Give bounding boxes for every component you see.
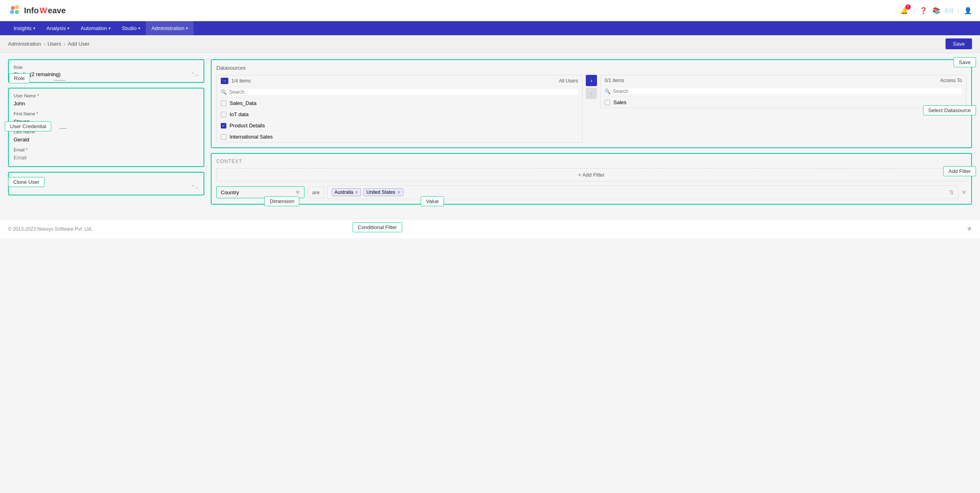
nav-arrow-insights: ▾ [33,26,35,30]
datasource-access-search-input[interactable] [613,89,962,94]
datasource-right-label: Access To [940,78,962,83]
svg-point-3 [15,10,19,14]
breadcrumb-sep-2: › [64,41,65,47]
nav-arrow-administration: ▾ [186,26,188,30]
logo-text-info: Info [24,6,39,15]
context-title: CONTEXT [216,159,966,164]
datasource-label-iot-data: IoT data [230,111,248,117]
context-section: CONTEXT + Add Filter Country ✕ are Austr… [211,153,972,205]
nav-item-administration[interactable]: Administration ▾ [146,21,194,35]
role-select[interactable]: Studio (2 remaining) [14,71,191,77]
datasource-left-count: 1/4 items [231,78,251,84]
datasource-checkbox-sales[interactable] [605,100,610,105]
datasource-right-count: 0/1 items [605,78,624,83]
search-icon-left: 🔍 [221,89,227,95]
role-select-arrow: ⌃⌄ [191,72,199,77]
filter-values: Australia ✕ United States ✕ ⇅ [327,185,958,199]
nav-item-studio[interactable]: Studio ▾ [116,21,146,35]
datasource-left-search: 🔍 [217,87,582,98]
email-input[interactable] [14,154,199,161]
nav-label-administration: Administration [151,25,184,31]
datasource-item-product-details: ✓ Product Details [217,120,582,131]
datasource-checkbox-product-details[interactable]: ✓ [221,123,226,129]
svg-point-0 [11,6,15,10]
datasource-left-header: − 1/4 items All Users [217,75,582,87]
datasource-arrows: › ‹ [583,75,600,99]
footer-icon: ✳ [967,225,972,233]
breadcrumb-add-user: Add User [68,41,89,47]
nav-label-analysis: Analysis [46,25,66,31]
clone-user-select-arrow: ⌃⌄ [191,184,199,190]
breadcrumb-administration[interactable]: Administration [8,41,41,47]
datasource-body: − 1/4 items All Users 🔍 [216,75,966,143]
datasource-left-count-wrapper: − 1/4 items [221,78,251,84]
nav-label-automation: Automation [81,25,107,31]
logo-text-wave: W [40,6,47,15]
nav-arrow-automation: ▾ [109,26,111,30]
datasource-minus-button[interactable]: − [221,78,228,84]
datasource-label-international-sales: International Sales [230,134,273,140]
firstname-input[interactable] [14,118,199,125]
filter-tag-australia: Australia ✕ [332,188,361,196]
datasource-checkbox-sales-data[interactable] [221,101,226,106]
datasource-label-sales: Sales [613,99,627,105]
datasource-move-right-button[interactable]: › [586,75,597,86]
save-button[interactable]: Save [946,38,972,49]
mail-icon[interactable]: ✉️ [945,7,953,14]
datasource-item-international-sales: International Sales [217,131,582,142]
lastname-group: Last Name * [14,129,199,143]
logo-icon [8,3,22,18]
filter-tag-united-states-close[interactable]: ✕ [397,190,401,195]
nav-item-analysis[interactable]: Analysis ▾ [41,21,75,35]
datasource-checkbox-iot-data[interactable] [221,112,226,117]
breadcrumb-sep-1: › [43,41,45,47]
breadcrumb-users[interactable]: Users [48,41,61,47]
email-group: Email * [14,147,199,161]
firstname-group: First Name * [14,111,199,125]
filter-dimension: Country ✕ [216,186,304,198]
separator-1: | [913,8,914,14]
book-icon[interactable]: 📚 [932,7,940,14]
nav-item-insights[interactable]: Insights ▾ [8,21,41,35]
svg-point-2 [10,10,14,14]
datasource-search-input[interactable] [229,89,578,95]
datasource-checkbox-international-sales[interactable] [221,134,226,140]
user-credential-section: User Name * First Name * Last Name * Ema… [8,88,204,167]
header: Info W eave 🔔5 | ❓ 📚 ✉️ | 👤 [0,0,980,21]
nav-label-insights: Insights [14,25,32,31]
nav-arrow-analysis: ▾ [67,26,69,30]
breadcrumb: Administration › Users › Add User [8,41,89,47]
datasource-label-product-details: Product Details [230,123,265,129]
clone-user-select[interactable] [14,184,191,190]
username-label: User Name * [14,93,199,98]
filter-delete-icon[interactable]: ✕ [962,189,966,195]
filter-dimension-close[interactable]: ✕ [295,189,300,195]
add-filter-button[interactable]: + Add Filter [216,168,966,181]
datasource-access-to-list: 0/1 items Access To 🔍 Sales [600,75,966,108]
footer: © 2013-2023 Noesys Software Pvt. Ltd. ✳ [0,219,980,238]
datasource-item-iot-data: IoT data [217,109,582,120]
datasource-right-search: 🔍 [601,86,966,97]
clone-user-section: Clone User ⌃⌄ [8,172,204,195]
main-content: Role Studio (2 remaining) ⌃⌄ User Name * [0,53,980,211]
notification-badge: 5 [905,4,911,10]
datasource-all-users-list: − 1/4 items All Users 🔍 [216,75,583,143]
datasource-title: Datasources [216,65,966,71]
help-icon[interactable]: ❓ [920,7,928,14]
filter-tag-australia-label: Australia [335,189,353,195]
filter-row: Country ✕ are Australia ✕ United States [216,185,966,199]
datasource-item-sales: Sales [601,97,966,108]
username-input[interactable] [14,100,199,107]
bell-icon[interactable]: 🔔5 [900,7,908,14]
filter-tag-australia-close[interactable]: ✕ [355,190,358,195]
email-label: Email * [14,147,199,152]
navigation: Insights ▾ Analysis ▾ Automation ▾ Studi… [0,21,980,35]
user-icon[interactable]: 👤 [964,7,972,14]
datasource-move-left-button[interactable]: ‹ [586,88,597,99]
separator-2: | [958,8,959,14]
filter-tag-united-states-label: United States [366,189,395,195]
lastname-label: Last Name * [14,129,199,134]
lastname-input[interactable] [14,136,199,143]
filter-sort-icon[interactable]: ⇅ [949,189,954,195]
nav-item-automation[interactable]: Automation ▾ [75,21,116,35]
